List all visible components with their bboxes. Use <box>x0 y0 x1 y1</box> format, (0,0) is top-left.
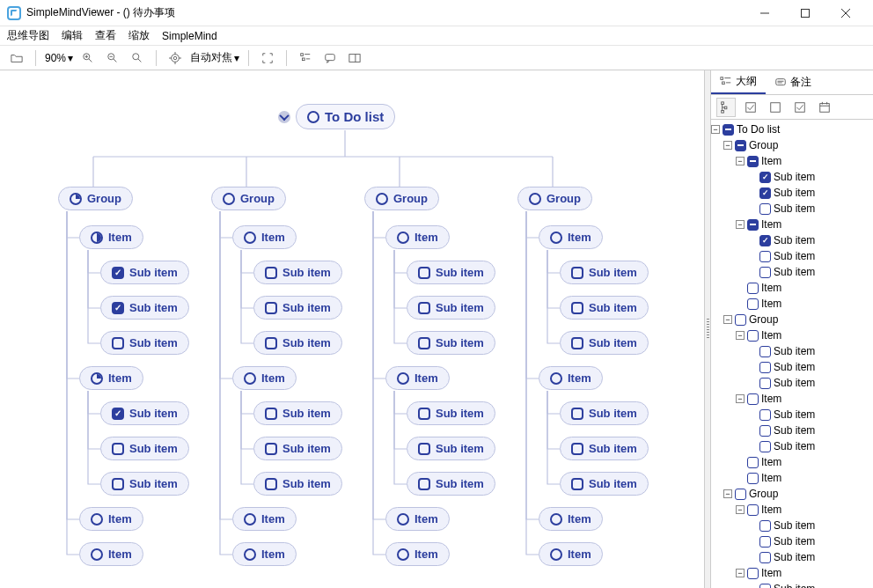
tree-item[interactable]: −Item <box>736 391 873 407</box>
fullscreen-button[interactable] <box>258 48 277 68</box>
checkbox-icon[interactable] <box>747 298 759 310</box>
tree-subitem[interactable]: Sub item <box>748 248 873 264</box>
subitem-node[interactable]: Sub item <box>100 401 189 425</box>
item-node[interactable]: Item <box>79 225 143 249</box>
subitem-node[interactable]: Sub item <box>407 401 495 425</box>
tree-twist-icon[interactable]: − <box>723 141 732 150</box>
tree-subitem[interactable]: Sub item <box>748 169 873 185</box>
tree-subitem[interactable]: Sub item <box>748 533 873 549</box>
checkbox-checked-icon[interactable] <box>759 235 771 246</box>
tab-notes[interactable]: 备注 <box>766 70 820 94</box>
tree-item[interactable]: Item <box>736 296 873 312</box>
tree-view-button[interactable] <box>716 98 736 117</box>
subitem-node[interactable]: Sub item <box>407 331 495 355</box>
subitem-node[interactable]: Sub item <box>253 401 342 425</box>
subitem-node[interactable]: Sub item <box>560 437 649 460</box>
subitem-node[interactable]: Sub item <box>253 296 342 320</box>
tree-subitem[interactable]: Sub item <box>748 518 873 533</box>
subitem-node[interactable]: Sub item <box>100 437 189 460</box>
subitem-node[interactable]: Sub item <box>100 261 189 284</box>
tree-item[interactable]: Item <box>736 280 873 296</box>
checkbox-partial-icon[interactable] <box>735 140 746 151</box>
tree-subitem[interactable]: Sub item <box>748 359 873 375</box>
tree-item[interactable]: −Item <box>736 153 873 169</box>
checkbox-icon[interactable] <box>759 346 771 357</box>
window-maximize-button[interactable] <box>785 0 825 26</box>
tree-item[interactable]: −Item <box>736 217 873 232</box>
panel-toggle-button[interactable] <box>345 48 364 68</box>
tree-twist-icon[interactable]: − <box>736 505 745 514</box>
subitem-node[interactable]: Sub item <box>253 437 342 460</box>
checkbox-icon[interactable] <box>747 504 759 516</box>
tree-root-node[interactable]: −To Do list <box>711 121 873 137</box>
tree-subitem[interactable]: Sub item <box>748 407 873 423</box>
tree-item[interactable]: Item <box>736 454 873 470</box>
checkbox-icon[interactable] <box>759 409 771 421</box>
target-button[interactable] <box>165 48 185 68</box>
tree-twist-icon[interactable]: − <box>736 569 745 577</box>
zoom-dropdown[interactable]: 90%▾ <box>45 48 73 68</box>
tree-item[interactable]: −Item <box>736 502 873 518</box>
item-node[interactable]: Item <box>539 366 603 390</box>
tree-subitem[interactable]: Sub item <box>748 185 873 201</box>
tree-subitem[interactable]: Sub item <box>748 581 873 588</box>
tree-subitem[interactable]: Sub item <box>748 375 873 391</box>
tree-twist-icon[interactable]: − <box>723 315 732 324</box>
subitem-node[interactable]: Sub item <box>560 261 649 284</box>
tree-subitem[interactable]: Sub item <box>748 201 873 217</box>
group-node[interactable]: Group <box>517 187 592 210</box>
tree-subitem[interactable]: Sub item <box>748 232 873 248</box>
checkbox-checked-icon[interactable] <box>759 187 771 199</box>
subitem-node[interactable]: Sub item <box>100 472 189 496</box>
tree-item[interactable]: −Item <box>736 565 873 581</box>
window-close-button[interactable] <box>825 0 866 26</box>
tree-subitem[interactable]: Sub item <box>748 423 873 438</box>
menu-edit[interactable]: 编辑 <box>62 28 83 43</box>
subitem-node[interactable]: Sub item <box>560 296 649 320</box>
tree-twist-icon[interactable]: − <box>736 331 745 340</box>
menu-simplemind[interactable]: SimpleMind <box>162 30 217 42</box>
tree-twist-icon[interactable]: − <box>736 220 745 229</box>
tree-twist-icon[interactable]: − <box>711 125 720 134</box>
subitem-node[interactable]: Sub item <box>253 472 342 496</box>
item-node[interactable]: Item <box>385 225 450 249</box>
checkbox-icon[interactable] <box>747 283 759 294</box>
checkbox-icon[interactable] <box>735 489 746 500</box>
checkbox-icon[interactable] <box>759 552 771 563</box>
checkbox-checked-icon[interactable] <box>759 172 771 183</box>
item-node[interactable]: Item <box>232 225 297 249</box>
checkbox-icon[interactable] <box>759 362 771 373</box>
checkbox-view-button[interactable] <box>741 98 760 117</box>
checkbox-icon[interactable] <box>759 425 771 437</box>
item-node[interactable]: Item <box>539 225 603 249</box>
item-node[interactable]: Item <box>385 542 450 566</box>
tree-subitem[interactable]: Sub item <box>748 343 873 359</box>
item-node[interactable]: Item <box>385 507 450 531</box>
tree-subitem[interactable]: Sub item <box>748 549 873 565</box>
checkbox-icon[interactable] <box>759 584 771 589</box>
subitem-node[interactable]: Sub item <box>560 472 649 496</box>
subitem-node[interactable]: Sub item <box>100 296 189 320</box>
outline-tree[interactable]: −To Do list−Group−ItemSub itemSub itemSu… <box>711 120 873 588</box>
checkbox-partial-icon[interactable] <box>723 124 734 136</box>
subitem-node[interactable]: Sub item <box>560 331 649 355</box>
mindmap-canvas[interactable]: To Do listGroupItemSub itemSub itemSub i… <box>0 70 704 588</box>
checkbox-icon[interactable] <box>759 441 771 452</box>
checkbox-icon[interactable] <box>747 330 759 342</box>
item-node[interactable]: Item <box>79 542 143 566</box>
item-node[interactable]: Item <box>385 366 450 390</box>
subitem-node[interactable]: Sub item <box>407 472 495 496</box>
zoom-in-button[interactable] <box>78 48 98 68</box>
checkbox-icon[interactable] <box>759 536 771 548</box>
tree-twist-icon[interactable]: − <box>736 157 745 165</box>
item-node[interactable]: Item <box>539 507 603 531</box>
open-button[interactable] <box>7 48 26 68</box>
subitem-node[interactable]: Sub item <box>407 261 495 284</box>
checkbox-icon[interactable] <box>747 473 759 484</box>
menu-mindmap[interactable]: 思维导图 <box>7 28 49 43</box>
box-view-button[interactable] <box>766 98 785 117</box>
tree-item[interactable]: −Item <box>736 327 873 343</box>
checkbox-icon[interactable] <box>747 393 759 405</box>
calendar-button[interactable] <box>815 98 834 117</box>
group-node[interactable]: Group <box>364 187 439 210</box>
